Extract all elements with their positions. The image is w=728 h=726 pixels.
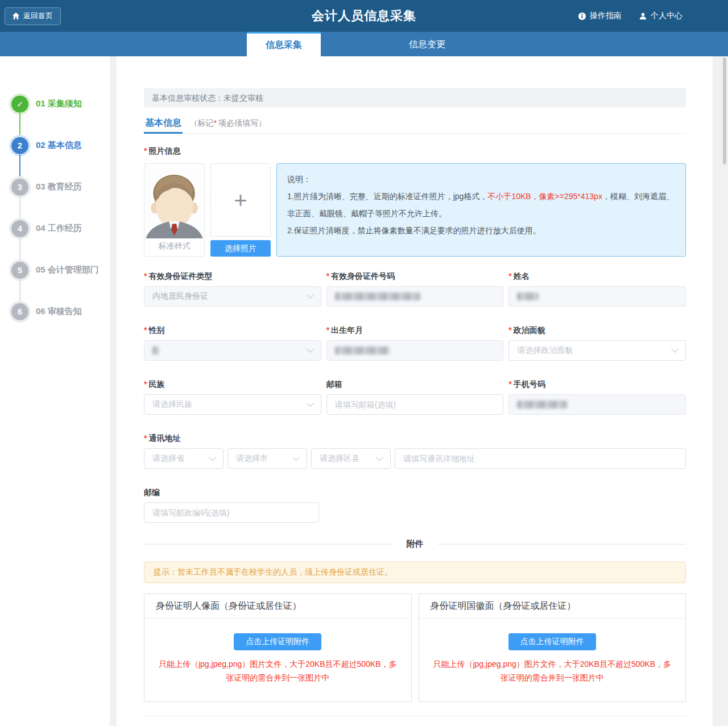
email-input[interactable] — [326, 394, 504, 415]
field-address: *通讯地址 请选择省 请选择市 请选择区县 — [144, 434, 686, 469]
select-placeholder: 请选择市 — [236, 453, 268, 464]
attachments-divider: 附件 — [144, 539, 686, 550]
name-input[interactable] — [508, 286, 686, 307]
back-home-label: 返回首页 — [23, 11, 53, 21]
field-birth-date: *出生年月 — [326, 325, 504, 361]
tab-info-change[interactable]: 信息变更 — [390, 32, 464, 56]
top-header: 返回首页 会计人员信息采集 操作指南 个人中心 — [0, 0, 728, 32]
header-links: 操作指南 个人中心 — [578, 11, 682, 21]
required-asterisk: * — [213, 118, 216, 127]
step-label: 02 基本信息 — [36, 140, 82, 151]
step-label: 03 教育经历 — [36, 182, 82, 192]
province-select[interactable]: 请选择省 — [144, 448, 224, 469]
field-gender: *性别 — [144, 325, 321, 361]
redacted-value — [152, 346, 159, 354]
required-asterisk: * — [508, 271, 511, 280]
chevron-down-icon — [307, 291, 314, 299]
body: ✓ 01 采集须知 2 02 基本信息 3 03 教育经历 4 04 工作经历 … — [0, 56, 728, 726]
personal-center-label: 个人中心 — [651, 11, 682, 21]
personal-center-link[interactable]: 个人中心 — [639, 11, 682, 21]
photo-row: 标准样式 + 选择照片 说明： 1.照片须为清晰、完整、近期的标准证件照片，jp… — [144, 163, 686, 257]
photo-info-label: *照片信息 — [144, 146, 686, 156]
required-asterisk: * — [508, 325, 511, 335]
step-circle: 3 — [11, 179, 28, 196]
sample-photo-box: 标准样式 — [144, 163, 205, 257]
zip-code-input[interactable] — [144, 502, 319, 523]
step-item-06-review-notice[interactable]: 6 06 审核告知 — [11, 291, 110, 332]
fields-grid: *有效身份证件类型 内地居民身份证 *有效身份证件号码 *姓名 *性别 — [144, 271, 686, 415]
redacted-value — [517, 401, 567, 409]
required-asterisk: * — [144, 380, 147, 389]
phone-input[interactable] — [508, 394, 686, 415]
photo-note-2: 2.保证照片清晰度，禁止将像素数量不满足要求的照片进行放大后使用。 — [287, 222, 675, 239]
step-item-03-education[interactable]: 3 03 教育经历 — [11, 166, 110, 208]
gender-select[interactable] — [144, 340, 321, 361]
field-zip: 邮编 — [144, 488, 686, 523]
home-icon — [13, 13, 19, 19]
step-label: 05 会计管理部门 — [36, 265, 99, 275]
address-detail-input[interactable] — [395, 448, 686, 469]
step-label: 06 审核告知 — [36, 306, 82, 317]
step-active-circle: 2 — [11, 137, 28, 154]
city-select[interactable]: 请选择市 — [228, 448, 307, 469]
chevron-down-icon — [307, 345, 314, 353]
page: 返回首页 会计人员信息采集 操作指南 个人中心 信息采集 信息变更 ✓ 01 采… — [0, 0, 728, 726]
photo-note-title: 说明： — [287, 171, 675, 188]
district-select[interactable]: 请选择区县 — [311, 448, 391, 469]
step-item-01-notice[interactable]: ✓ 01 采集须知 — [11, 83, 110, 125]
choose-photo-button[interactable]: 选择照片 — [210, 240, 271, 257]
guide-link[interactable]: 操作指南 — [578, 11, 622, 21]
id-number-input[interactable] — [326, 286, 504, 307]
form-footer: 上一步 保存并下一步 — [144, 716, 686, 726]
section-header: 基本信息 （标记*项必须填写） — [144, 115, 686, 134]
field-ethnicity: *民族 请选择民族 — [144, 380, 321, 415]
required-asterisk: * — [144, 146, 147, 155]
chevron-down-icon — [376, 453, 383, 461]
chevron-down-icon — [292, 453, 300, 461]
sample-photo-caption: 标准样式 — [144, 238, 204, 256]
plus-icon: + — [234, 189, 247, 212]
required-asterisk: * — [144, 434, 147, 443]
field-email: 邮箱 — [326, 380, 504, 415]
step-label: 04 工作经历 — [36, 223, 82, 234]
tab-info-collection[interactable]: 信息采集 — [247, 32, 321, 56]
chevron-down-icon — [671, 345, 679, 353]
scrollbar[interactable] — [723, 57, 726, 164]
ethnicity-select[interactable]: 请选择民族 — [144, 394, 321, 415]
id-back-upload-box: 身份证明国徽面（身份证或居住证） 点击上传证明附件 只能上传（jpg,jpeg,… — [419, 593, 686, 702]
political-status-select[interactable]: 请选择政治面貌 — [508, 340, 686, 361]
redacted-value — [517, 292, 539, 300]
attachments-divider-label: 附件 — [407, 539, 424, 550]
id-back-upload-button[interactable]: 点击上传证明附件 — [508, 633, 596, 650]
photo-upload-dropzone[interactable]: + — [210, 163, 271, 237]
user-icon — [639, 12, 647, 20]
main-tabs: 信息采集 信息变更 — [0, 32, 728, 56]
guide-label: 操作指南 — [590, 11, 622, 21]
required-asterisk: * — [144, 325, 147, 335]
page-title: 会计人员信息采集 — [312, 7, 416, 24]
section-title: 基本信息 — [144, 115, 183, 134]
photo-upload-column: + 选择照片 — [210, 163, 271, 257]
step-circle: 4 — [11, 220, 28, 237]
photo-instructions-box: 说明： 1.照片须为清晰、完整、近期的标准证件照片，jpg格式，不小于10KB，… — [276, 163, 686, 257]
step-circle: 5 — [11, 262, 28, 279]
step-item-05-accounting-dept[interactable]: 5 05 会计管理部门 — [11, 249, 110, 291]
id-front-upload-note: 只能上传（jpg,jpeg,png）图片文件，大于20KB且不超过500KB，多… — [157, 657, 399, 684]
back-home-button[interactable]: 返回首页 — [5, 7, 61, 25]
field-political-status: *政治面貌 请选择政治面貌 — [508, 325, 686, 361]
id-front-upload-button[interactable]: 点击上传证明附件 — [234, 633, 321, 650]
select-placeholder: 请选择政治面貌 — [517, 345, 573, 356]
scroll-gutter — [713, 56, 728, 726]
step-item-02-basic-info[interactable]: 2 02 基本信息 — [11, 125, 110, 166]
id-back-upload-title: 身份证明国徽面（身份证或居住证） — [419, 594, 686, 618]
id-back-upload-note: 只能上传（jpg,jpeg,png）图片文件，大于20KB且不超过500KB，多… — [432, 657, 673, 684]
required-asterisk: * — [144, 271, 147, 280]
field-phone: *手机号码 — [508, 380, 686, 415]
required-asterisk: * — [326, 271, 329, 280]
chevron-down-icon — [307, 399, 314, 407]
id-type-select[interactable]: 内地居民身份证 — [144, 286, 321, 307]
step-item-04-work[interactable]: 4 04 工作经历 — [11, 208, 110, 249]
sidebar-divider — [110, 56, 117, 726]
photo-note-1: 1.照片须为清晰、完整、近期的标准证件照片，jpg格式，不小于10KB，像素>=… — [287, 188, 675, 222]
birth-date-input[interactable] — [326, 340, 504, 361]
